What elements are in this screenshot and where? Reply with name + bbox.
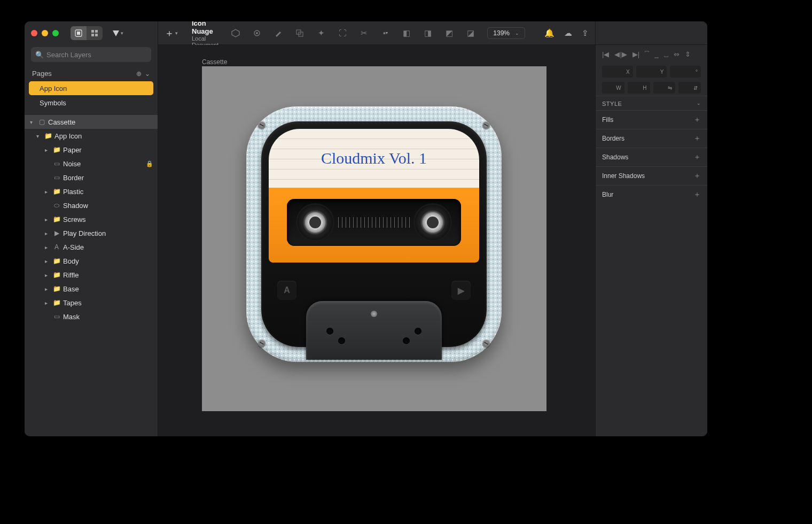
inspector: |◀ ◀|▶ ▶| ⎴ ⎯ ⎵ ⇔ ⇕ X Y ° W H ⇋ ⇵ STYLE⌄… — [595, 21, 707, 436]
chevron-right-icon[interactable]: ▸ — [45, 258, 50, 264]
chevron-right-icon[interactable]: ▸ — [45, 147, 50, 153]
add-icon[interactable]: ＋ — [693, 152, 701, 162]
chevron-right-icon[interactable]: ▸ — [45, 189, 50, 195]
notifications-icon[interactable]: 🔔 — [544, 28, 555, 38]
geometry-row-2: W H ⇋ ⇵ — [596, 80, 707, 96]
layer-border[interactable]: ▭Border — [25, 171, 158, 184]
scissors-tool-icon[interactable]: ✂ — [359, 28, 369, 38]
layer-riffle[interactable]: ▸📁Riffle — [25, 268, 158, 282]
chevron-down-icon[interactable]: ▾ — [30, 119, 35, 125]
add-icon[interactable]: ＋ — [693, 115, 701, 125]
zoom-control[interactable]: 139%⌄ — [487, 27, 525, 39]
align-middle-icon[interactable]: ⎯ — [654, 50, 659, 58]
paper-label: Cloudmix Vol. 1 — [269, 129, 479, 188]
distribute-v-icon[interactable]: ⇕ — [685, 50, 691, 58]
layer-cassette[interactable]: ▾ ▢ Cassette — [25, 115, 158, 129]
chevron-right-icon[interactable]: ▸ — [45, 244, 50, 250]
layer-paper[interactable]: ▸📁Paper — [25, 143, 158, 157]
svg-rect-2 — [91, 30, 94, 33]
layer-a-side[interactable]: ▸AA-Side — [25, 240, 158, 254]
geometry-row-1: X Y ° — [596, 64, 707, 80]
layer-app-icon[interactable]: ▾ 📁 App Icon — [25, 129, 158, 143]
align-left-icon[interactable]: |◀ — [602, 50, 609, 58]
layer-type-icon: ▭ — [52, 160, 61, 167]
canvas[interactable]: Cassette Cloudmix Vol. 1 — [158, 45, 595, 436]
chevron-right-icon[interactable]: ▸ — [45, 272, 50, 278]
search-placeholder: Search Layers — [46, 51, 91, 59]
hole-icon — [403, 337, 410, 344]
layer-type-icon: 📁 — [52, 285, 61, 292]
flip-h-icon[interactable]: ⇋ — [653, 82, 676, 94]
page-item-app-icon[interactable]: App Icon — [29, 81, 153, 95]
insert-button[interactable]: ＋▾ — [165, 27, 178, 40]
layer-play-direction[interactable]: ▸▶Play Direction — [25, 226, 158, 240]
chevron-right-icon[interactable]: ▸ — [45, 286, 50, 292]
align-center-h-icon[interactable]: ◀|▶ — [614, 50, 627, 58]
layer-screws[interactable]: ▸📁Screws — [25, 212, 158, 226]
align-bottom-icon[interactable]: ⎵ — [664, 50, 668, 58]
tidy-tool-icon[interactable]: ✦ — [316, 28, 326, 38]
style-section-fills[interactable]: Fills＋ — [596, 110, 707, 129]
pages-chevron-icon[interactable]: ⌄ — [145, 70, 150, 78]
add-icon[interactable]: ＋ — [693, 171, 701, 181]
layer-noise[interactable]: ▭Noise🔒 — [25, 157, 158, 171]
intersect-tool-icon[interactable]: ◩ — [444, 28, 454, 38]
add-page-button[interactable]: ⊕ — [136, 70, 142, 78]
rotation-input[interactable]: ° — [670, 66, 701, 78]
zoom-icon[interactable] — [52, 30, 59, 36]
w-input[interactable]: W — [602, 82, 624, 94]
union-tool-icon[interactable]: ◧ — [402, 28, 411, 38]
page-item-symbols[interactable]: Symbols — [29, 96, 153, 110]
insert-shape-button[interactable]: ▾ — [112, 29, 123, 37]
hole-icon — [338, 337, 345, 344]
chevron-right-icon[interactable]: ▸ — [45, 300, 50, 306]
layer-body[interactable]: ▸📁Body — [25, 254, 158, 268]
y-input[interactable]: Y — [636, 66, 667, 78]
symbol-tool-icon[interactable] — [231, 28, 240, 38]
circle-tool-icon[interactable] — [252, 28, 262, 38]
h-input[interactable]: H — [628, 82, 650, 94]
add-icon[interactable]: ＋ — [693, 134, 701, 143]
layer-plastic[interactable]: ▸📁Plastic — [25, 184, 158, 198]
layer-tapes[interactable]: ▸📁Tapes — [25, 296, 158, 310]
minimize-icon[interactable] — [42, 30, 48, 36]
layer-type-icon: 📁 — [52, 299, 61, 306]
flip-v-icon[interactable]: ⇵ — [678, 82, 701, 94]
style-section-borders[interactable]: Borders＋ — [596, 129, 707, 148]
artboard[interactable]: Cloudmix Vol. 1 A — [202, 66, 546, 411]
style-section-inner-shadows[interactable]: Inner Shadows＋ — [596, 166, 707, 185]
export-icon[interactable]: ⇪ — [582, 28, 589, 38]
close-icon[interactable] — [31, 30, 37, 36]
chevron-down-icon[interactable]: ▾ — [36, 133, 42, 139]
pencil-tool-icon[interactable] — [274, 28, 283, 38]
layers-view-button[interactable] — [71, 26, 87, 40]
mask-tool-icon[interactable]: ▪▾ — [380, 28, 390, 38]
cloud-user-icon[interactable]: ☁ — [564, 28, 572, 38]
chevron-down-icon: ▾ — [121, 30, 123, 36]
style-section-shadows[interactable]: Shadows＋ — [596, 148, 707, 166]
distribute-h-icon[interactable]: ⇔ — [674, 50, 680, 58]
align-top-icon[interactable]: ⎴ — [645, 50, 649, 58]
view-mode-toggle — [71, 26, 103, 40]
align-right-icon[interactable]: ▶| — [633, 50, 639, 58]
style-header[interactable]: STYLE⌄ — [596, 96, 707, 110]
add-icon[interactable]: ＋ — [693, 190, 701, 199]
chevron-right-icon[interactable]: ▸ — [45, 230, 50, 236]
search-input[interactable]: 🔍 Search Layers — [31, 47, 151, 62]
artboard-label[interactable]: Cassette — [202, 58, 227, 66]
x-input[interactable]: X — [602, 66, 633, 78]
svg-rect-4 — [91, 34, 94, 36]
cassette-icon[interactable]: Cloudmix Vol. 1 A — [246, 106, 502, 362]
svg-rect-3 — [95, 30, 98, 33]
difference-tool-icon[interactable]: ◪ — [466, 28, 475, 38]
style-section-blur[interactable]: Blur＋ — [596, 185, 707, 204]
boolean-tool-icon[interactable] — [295, 28, 304, 38]
subtract-tool-icon[interactable]: ◨ — [423, 28, 433, 38]
resize-tool-icon[interactable]: ⛶ — [338, 28, 347, 38]
layer-base[interactable]: ▸📁Base — [25, 282, 158, 296]
layer-type-icon: 📁 — [52, 188, 61, 195]
chevron-right-icon[interactable]: ▸ — [45, 217, 50, 222]
layer-mask[interactable]: ▭Mask — [25, 310, 158, 323]
components-view-button[interactable] — [87, 26, 103, 40]
layer-shadow[interactable]: ⬭Shadow — [25, 198, 158, 212]
